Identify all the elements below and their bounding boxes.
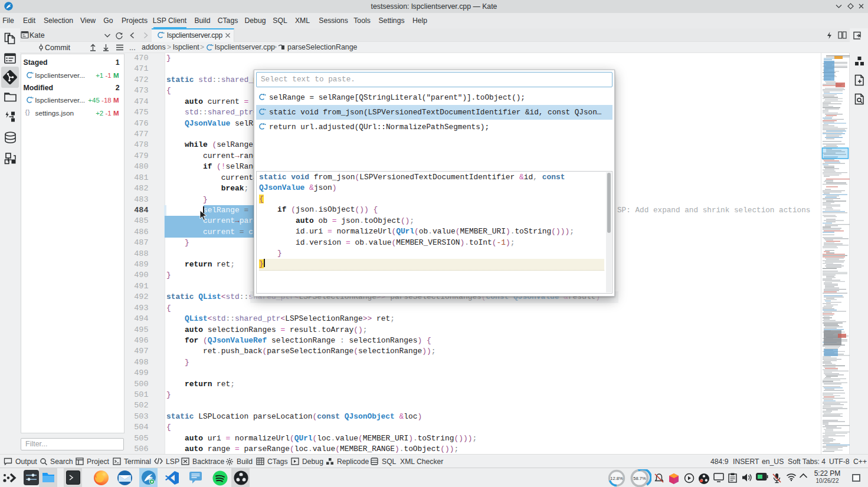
svg-text:58.7%: 58.7% — [633, 476, 646, 481]
svg-text:12.8%: 12.8% — [610, 476, 623, 481]
